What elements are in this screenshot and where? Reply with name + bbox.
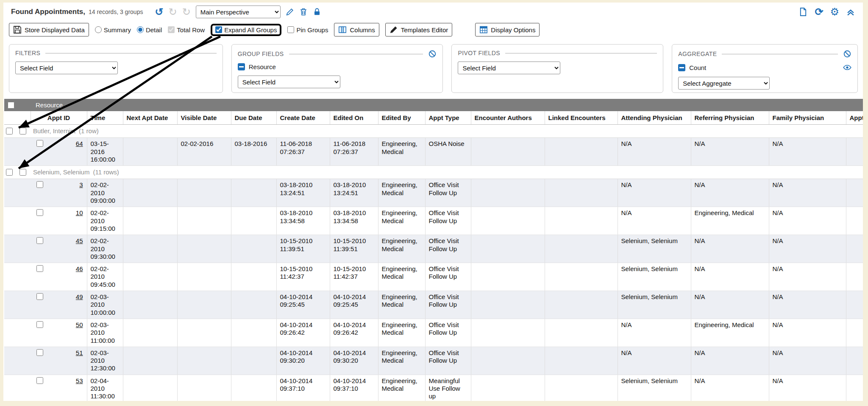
expand-all-groups-checkbox[interactable]: Expand All Groups [215,26,277,34]
detail-radio-input[interactable] [137,26,144,33]
row-select-checkbox[interactable] [36,140,43,147]
templates-editor-label: Templates Editor [401,26,448,34]
cell-due-date [231,235,276,263]
row-select-checkbox[interactable] [36,377,43,384]
cell-create-date: 03-18-2010 13:34:58 [276,207,330,235]
cell-referring-physician: N/A [691,375,769,401]
total-row-checkbox[interactable]: Total Row [168,26,205,34]
group-select-checkbox[interactable] [19,128,26,134]
cell-appt-reason [846,375,863,401]
clear-group-fields-icon[interactable] [428,50,437,58]
cell-edited-on: 04-10-2014 09:30:20 [330,347,378,375]
cell-family-physician: N/A [769,291,846,319]
settings-gear-icon[interactable]: ⚙ [830,7,839,17]
redo-icon[interactable]: ↻ [169,7,177,17]
cell-create-date: 10-15-2010 11:39:51 [276,235,330,263]
appt-id-link[interactable]: 3 [79,181,83,189]
cell-family-physician: N/A [769,319,846,347]
cell-appt-reason [846,179,863,207]
remove-aggregate-icon[interactable] [678,64,685,71]
pin-groups-label: Pin Groups [296,26,328,34]
store-displayed-data-button[interactable]: Store Displayed Data [9,23,89,36]
remove-group-field-icon[interactable] [238,63,245,70]
appt-id-link[interactable]: 49 [76,293,83,301]
cell-visible-date: 02-02-2016 [177,138,231,166]
row-select-checkbox[interactable] [36,237,43,244]
edit-perspective-icon[interactable] [286,8,294,16]
clear-aggregate-icon[interactable] [843,50,851,58]
column-header-referring-physician[interactable]: Referring Physician [691,111,769,125]
column-header-attending-physician[interactable]: Attending Physician [618,111,691,125]
appt-id-link[interactable]: 45 [76,237,83,245]
column-header-visible-date[interactable]: Visible Date [177,111,231,125]
detail-radio[interactable]: Detail [137,26,162,34]
reset-icon[interactable]: ↻ [182,7,191,17]
lock-icon[interactable] [313,8,321,16]
pin-groups-checkbox-input[interactable] [287,26,294,33]
delete-perspective-icon[interactable] [299,8,308,16]
collapse-panel-icon[interactable] [846,7,855,17]
cell-time: 02-02-2010 09:45:00 [87,263,123,291]
row-select-checkbox[interactable] [36,181,43,188]
filters-panel: FILTERS Select Field [9,44,223,93]
cell-time: 02-02-2010 09:00:00 [87,179,123,207]
group-expand-checkbox[interactable] [6,128,13,134]
aggregate-select[interactable]: Select Aggregate [678,77,770,90]
refresh-icon[interactable]: ⟳ [815,7,823,17]
pin-groups-checkbox[interactable]: Pin Groups [287,26,328,34]
pivot-field-select[interactable]: Select Field [458,62,560,74]
column-header-next-apt-date[interactable]: Next Apt Date [123,111,177,125]
expand-all-groups-checkbox-input[interactable] [215,26,222,33]
cell-visible-date [177,263,231,291]
appt-id-link[interactable]: 46 [76,265,83,273]
column-header-create-date[interactable]: Create Date [276,111,330,125]
column-header-edited-by[interactable]: Edited By [378,111,425,125]
cell-visible-date [177,375,231,401]
templates-editor-button[interactable]: Templates Editor [385,23,453,36]
appt-id-link[interactable]: 64 [76,140,83,148]
row-select-checkbox[interactable] [36,265,43,272]
appointments-table-wrap: Resource Appt IDTimeNext Apt DateVisible… [4,99,863,401]
column-header-family-physician[interactable]: Family Physician [769,111,846,125]
cell-visible-date [177,207,231,235]
column-header-edited-on[interactable]: Edited On [330,111,378,125]
column-header-appt-id[interactable]: Appt ID [31,111,87,125]
document-icon[interactable] [798,7,808,17]
appt-id-link[interactable]: 50 [76,321,83,329]
group-field-select[interactable]: Select Field [238,76,340,88]
row-select-checkbox[interactable] [36,321,43,328]
undo-icon[interactable]: ↺ [155,7,163,17]
group-select-checkbox[interactable] [19,169,26,176]
column-header-linked-encounters[interactable]: Linked Encounters [545,111,618,125]
column-header-encounter-authors[interactable]: Encounter Authors [471,111,545,125]
column-header-appt-type[interactable]: Appt Type [425,111,471,125]
summary-radio-input[interactable] [95,26,102,33]
appt-id-link[interactable]: 10 [76,209,83,217]
select-all-checkbox[interactable] [8,102,14,109]
app-content: Found Appointments, 14 records, 3 groups… [3,3,863,401]
cell-time: 03-15-2016 16:00:00 [87,138,123,166]
filters-field-select[interactable]: Select Field [15,62,118,74]
cell-edited-by: Engineering, Medical [378,291,425,319]
cell-appt-type: OSHA Noise [425,138,471,166]
appt-id-link[interactable]: 53 [76,377,83,385]
group-field-item: Resource [238,63,437,70]
display-options-button[interactable]: Display Options [475,23,540,36]
group-expand-checkbox[interactable] [6,169,13,176]
column-header-select[interactable] [4,111,31,125]
row-select-checkbox[interactable] [36,349,43,356]
appt-id-link[interactable]: 51 [76,349,83,357]
cell-encounter-authors [471,235,545,263]
cell-encounter-authors [471,179,545,207]
cell-edited-on: 03-18-2010 13:34:58 [330,207,378,235]
column-header-time[interactable]: Time [87,111,123,125]
cell-appt-reason [846,263,863,291]
column-header-appt-re[interactable]: Appt Re [846,111,863,125]
columns-button[interactable]: Columns [334,23,379,36]
column-header-due-date[interactable]: Due Date [231,111,276,125]
row-select-checkbox[interactable] [36,293,43,300]
eye-icon[interactable] [843,63,851,72]
summary-radio[interactable]: Summary [95,26,131,34]
perspective-select[interactable]: Main Perspective [196,6,281,18]
row-select-checkbox[interactable] [36,209,43,216]
